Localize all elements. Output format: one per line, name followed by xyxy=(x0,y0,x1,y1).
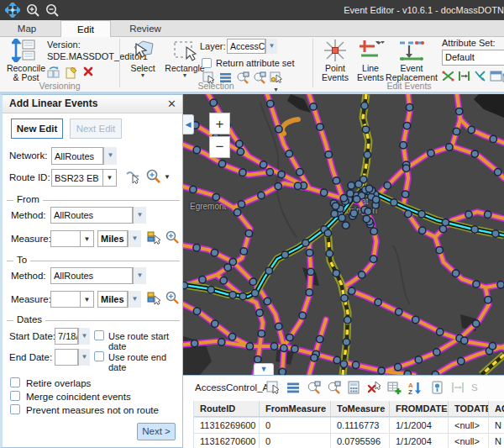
select-icon xyxy=(131,39,155,62)
new-edit-button[interactable]: New Edit xyxy=(11,119,63,139)
chevron-down-icon: ▼ xyxy=(128,291,141,308)
to-method-label: Method: xyxy=(11,271,46,281)
use-route-end-date-checkbox[interactable] xyxy=(94,351,104,361)
column-header[interactable]: RouteID xyxy=(194,401,260,417)
tab-edit[interactable]: Edit xyxy=(60,20,111,38)
collapse-panel-button[interactable]: ◀ xyxy=(183,114,194,134)
use-route-end-date-label: Use route end date xyxy=(108,352,182,372)
line-events-button[interactable]: Line Events xyxy=(354,39,386,82)
ribbon: Reconcile & Post Version: SDE.MASSDOT_ed… xyxy=(0,37,504,92)
chevron-down-icon: ▼ xyxy=(81,230,94,247)
from-method-select[interactable]: AllRoutes ▼ xyxy=(50,207,146,224)
cell-access: N xyxy=(489,434,504,448)
next-button[interactable]: Next > xyxy=(137,423,176,440)
chevron-down-icon: ▼ xyxy=(81,291,94,308)
event-replacement-button[interactable]: Event Replacement xyxy=(386,39,437,82)
merge-coincident-label: Merge coincident events xyxy=(26,392,131,402)
table-layer-name: AccessControl_A xyxy=(195,382,269,393)
cell-frommeasure: 0 xyxy=(260,418,331,433)
column-header[interactable]: AC xyxy=(489,401,504,417)
show-selected-icon[interactable] xyxy=(286,381,301,395)
save-tool-disabled: S xyxy=(471,382,478,393)
next-edit-button[interactable]: Next Edit xyxy=(70,119,122,139)
map-zoom-in-button[interactable]: + xyxy=(209,113,230,134)
app-title: Event Editor - v10.6.1 - docMassDOTN xyxy=(227,0,504,20)
network-select[interactable]: AllRoutes ▼ xyxy=(51,147,117,165)
cell-fromdate: 1/1/2004 xyxy=(390,434,449,448)
zoom-to-selected-icon[interactable] xyxy=(307,381,321,395)
add-linear-events-panel: Add Linear Events ✕ New Edit Next Edit N… xyxy=(0,94,183,448)
merge-coincident-checkbox[interactable] xyxy=(10,391,20,401)
retire-overlaps-checkbox[interactable] xyxy=(10,377,20,387)
column-header[interactable]: FromMeasure xyxy=(260,401,331,417)
identify-icon[interactable] xyxy=(431,381,445,395)
measure-range-icon-disabled xyxy=(451,381,465,395)
from-unit-select[interactable]: Miles ▼ xyxy=(97,230,141,247)
attribute-set-label: Attribute Set: xyxy=(442,38,496,48)
retire-overlaps-label: Retire overlaps xyxy=(26,378,91,388)
to-measure-on-map-icon[interactable] xyxy=(147,291,162,309)
to-zoom-icon[interactable] xyxy=(165,290,180,308)
tab-review[interactable]: Review xyxy=(119,20,171,37)
map-zoom-out-button[interactable]: − xyxy=(209,136,230,158)
from-measure-on-map-icon[interactable] xyxy=(147,230,162,249)
delete-version-icon[interactable] xyxy=(82,66,94,81)
zoom-out-icon[interactable] xyxy=(45,3,60,18)
end-date-combo[interactable]: ▼ xyxy=(55,349,90,366)
attribute-set-select[interactable]: Default xyxy=(442,50,504,66)
field-calculator-icon[interactable] xyxy=(347,381,361,395)
chevron-down-icon: ▼ xyxy=(133,267,146,284)
line-events-icon xyxy=(358,39,385,62)
use-route-start-date-checkbox[interactable] xyxy=(94,330,104,340)
to-method-select[interactable]: AllRoutes ▼ xyxy=(50,267,146,284)
to-legend: To xyxy=(13,255,30,265)
point-events-button[interactable]: Point Events xyxy=(319,39,351,82)
to-unit-select[interactable]: Miles ▼ xyxy=(97,291,141,308)
reconcile-post-button[interactable]: Reconcile & Post xyxy=(7,39,45,82)
layer-select[interactable]: AccessControl_A ▼ xyxy=(227,39,277,54)
map-label-great-barrington: Great Barrington xyxy=(334,197,381,215)
table-toolbar: AccessControl_A AZ S xyxy=(183,376,504,401)
map-canvas[interactable]: Egremont Great Barrington ◀ + − ▼ xyxy=(183,94,504,375)
column-header[interactable]: TODATE xyxy=(449,401,489,417)
close-icon[interactable]: ✕ xyxy=(167,98,176,110)
select-tool-button[interactable]: Select▼ xyxy=(124,39,161,82)
ribbon-tab-bar: Map Edit Review xyxy=(0,20,504,37)
cell-todate: <null> xyxy=(449,418,489,433)
pan-to-selected-icon[interactable] xyxy=(327,381,341,395)
chevron-down-icon: ▼ xyxy=(128,230,141,247)
from-legend: From xyxy=(13,194,43,204)
tab-map[interactable]: Map xyxy=(7,20,47,37)
to-measure-label: Measure: xyxy=(11,294,51,304)
delete-selected-icon[interactable] xyxy=(367,381,381,395)
to-measure-combo[interactable]: ▼ xyxy=(50,291,94,308)
select-route-on-map-icon[interactable] xyxy=(125,169,140,187)
chevron-down-icon: ▼ xyxy=(103,147,117,165)
return-attribute-set-checkbox[interactable] xyxy=(202,58,212,68)
zoom-in-icon[interactable] xyxy=(25,3,40,18)
route-id-label: Route ID: xyxy=(9,172,50,182)
pan-icon[interactable] xyxy=(5,3,20,18)
prevent-measures-checkbox[interactable] xyxy=(10,404,20,414)
start-date-combo[interactable]: 7/18/ ▼ xyxy=(55,328,90,345)
route-id-select[interactable]: BSR23 EB ▼ xyxy=(51,169,117,187)
version-label: Version: xyxy=(47,40,81,50)
panel-title: Add Linear Events xyxy=(9,98,97,109)
table-row[interactable]: 11316270600 0 0.0795596 1/1/2004 <null> … xyxy=(193,434,504,448)
column-header[interactable]: ToMeasure xyxy=(331,401,390,417)
add-record-icon[interactable] xyxy=(387,381,402,395)
table-row[interactable]: 11316269600 0 0.1116773 1/1/2004 <null> … xyxy=(193,418,504,434)
sort-icon[interactable]: AZ xyxy=(407,381,422,395)
attribute-grid: RouteID FromMeasure ToMeasure FROMDATE T… xyxy=(193,401,504,448)
zoom-route-caret-icon[interactable]: ▼ xyxy=(164,173,171,181)
zoom-to-route-icon[interactable] xyxy=(145,168,161,187)
column-header[interactable]: FROMDATE xyxy=(390,401,449,417)
from-zoom-icon[interactable] xyxy=(165,229,180,248)
select-records-icon[interactable] xyxy=(266,381,281,395)
expand-table-button[interactable]: ▼ xyxy=(254,363,274,375)
versioning-group-label: Versioning xyxy=(0,80,119,92)
table-header-row: RouteID FromMeasure ToMeasure FROMDATE T… xyxy=(193,401,504,418)
from-measure-combo[interactable]: ▼ xyxy=(50,230,94,247)
prevent-measures-label: Prevent measures not on route xyxy=(26,405,159,415)
reconcile-icon xyxy=(12,39,39,62)
